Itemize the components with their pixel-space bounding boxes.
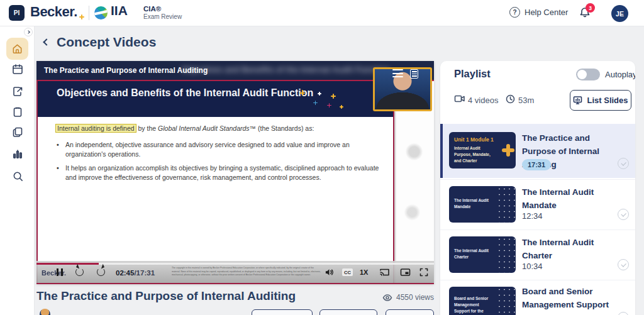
help-center-label: Help Center xyxy=(525,8,568,17)
sidebar-item-flashcards[interactable] xyxy=(11,125,25,139)
action-button-3[interactable] xyxy=(386,309,434,315)
notes-icon[interactable] xyxy=(410,69,418,79)
iia-logo: IIA xyxy=(111,3,128,18)
chevron-left-icon xyxy=(43,38,50,45)
slides-icon xyxy=(573,96,582,105)
sparkle-icon xyxy=(331,94,336,99)
playlist-item-title: Board and Senior Management Support for … xyxy=(522,285,618,315)
slide-bullet-1: • An independent, objective assurance an… xyxy=(65,140,389,159)
sidebar-expand-button[interactable] xyxy=(24,28,33,36)
clipboard-arrow-icon xyxy=(11,85,24,97)
slide-bullet-2: • It helps an organization accomplish it… xyxy=(65,163,389,182)
clipboard-icon xyxy=(11,106,24,118)
video-camera-icon xyxy=(454,94,465,103)
home-icon xyxy=(11,43,23,55)
pip-button[interactable] xyxy=(400,268,411,277)
playlist-item-4[interactable]: Board and Senior Management Support for … xyxy=(440,280,635,315)
sparkle-icon xyxy=(318,92,321,96)
dots-pattern xyxy=(497,287,516,315)
playlist-item-title: The Internal Audit Mandate xyxy=(522,186,618,213)
cast-button[interactable] xyxy=(379,268,390,277)
left-sidebar xyxy=(0,26,35,315)
fullscreen-button[interactable] xyxy=(419,268,428,277)
thumbnail-subtitle: Board and Senior Management Support for … xyxy=(454,296,493,315)
slide-title: Objectives and Benefits of the Internal … xyxy=(57,86,314,101)
pause-button[interactable] xyxy=(57,268,63,276)
progress-bar[interactable] xyxy=(36,263,434,265)
sparkle-icon xyxy=(313,101,318,105)
playlist-item-2[interactable]: The Internal Audit Mandate The Internal … xyxy=(440,179,635,228)
becker-logo[interactable]: Becker. xyxy=(30,4,77,20)
chevron-right-icon xyxy=(26,30,30,34)
playlist-heading: Playlist xyxy=(454,68,491,80)
sidebar-item-performance[interactable] xyxy=(11,147,25,161)
clock-icon xyxy=(506,94,515,104)
highlighted-text: Internal auditing is defined xyxy=(55,124,136,133)
list-slides-button[interactable]: List Slides xyxy=(570,90,631,111)
calendar-icon xyxy=(11,63,24,75)
forward-button[interactable] xyxy=(97,268,105,276)
action-button-2[interactable] xyxy=(319,309,377,315)
instructor-avatar xyxy=(40,309,50,315)
user-avatar[interactable]: JE xyxy=(611,5,628,22)
sidebar-item-tasks[interactable] xyxy=(11,105,25,119)
search-icon xyxy=(12,170,24,182)
action-button-1[interactable] xyxy=(252,309,313,315)
rewind-button[interactable] xyxy=(75,268,84,276)
slide-body: Internal auditing is defined by the Glob… xyxy=(36,117,394,283)
sidebar-item-assignments[interactable] xyxy=(11,84,25,98)
fullscreen-icon xyxy=(419,268,428,277)
slide-lead-text: Internal auditing is defined by the Glob… xyxy=(55,124,382,133)
thumbnail-subtitle: The Internal Audit Charter xyxy=(454,248,493,260)
top-header: PI Becker. IIA CIA® Exam Review ? Help C… xyxy=(0,0,644,26)
volume-icon xyxy=(325,268,334,277)
picture-in-picture-icon xyxy=(400,268,411,277)
help-center-button[interactable]: ? Help Center xyxy=(509,7,568,18)
slide-left-border xyxy=(36,80,38,284)
sidebar-item-calendar[interactable] xyxy=(11,62,25,76)
sidebar-item-home[interactable] xyxy=(6,38,28,60)
progress-fill xyxy=(36,263,99,265)
page-title: Concept Videos xyxy=(57,35,156,50)
eye-icon xyxy=(382,294,392,302)
slide-bottom-border xyxy=(36,283,434,284)
video-player[interactable]: Objectives and Benefits of the Internal … xyxy=(36,61,434,284)
closed-captions-button[interactable]: CC xyxy=(342,268,353,276)
sparkle-icon xyxy=(299,90,305,96)
playlist-item-3[interactable]: The Internal Audit Charter The Internal … xyxy=(440,229,635,279)
back-button[interactable] xyxy=(42,38,51,47)
current-video-title: The Practice and Purpose of Internal Aud… xyxy=(36,289,296,303)
course-subtitle: Exam Review xyxy=(143,13,182,21)
playback-speed-button[interactable]: 1X xyxy=(360,268,368,276)
duration-pill: 17:31 xyxy=(522,159,551,170)
sidebar-item-search[interactable] xyxy=(11,169,25,183)
autoplay-toggle[interactable] xyxy=(576,69,600,80)
bar-chart-icon xyxy=(11,148,24,160)
toggle-knob xyxy=(577,70,587,79)
dots-pattern xyxy=(497,236,516,273)
playlist-item-1[interactable]: Unit 1 Module 1 Internal Audit Purpose, … xyxy=(440,124,635,178)
notification-badge: 3 xyxy=(586,3,595,13)
header-divider xyxy=(89,6,89,20)
slide-right-margin xyxy=(394,81,434,283)
sparkle-icon xyxy=(340,105,343,109)
views-label: 4550 views xyxy=(396,293,434,302)
duration-text: 12:34 xyxy=(522,211,543,221)
view-count: 4550 views xyxy=(382,293,434,302)
sparkle-icon xyxy=(327,103,331,108)
video-count: 4 videos xyxy=(468,96,498,105)
playlist-item-title: The Internal Audit Charter xyxy=(522,236,618,263)
product-badge[interactable]: PI xyxy=(9,5,25,21)
completion-check-icon xyxy=(618,158,629,169)
copy-icon xyxy=(11,126,24,138)
chapter-list-icon[interactable] xyxy=(392,69,403,77)
completion-check-icon xyxy=(618,209,629,220)
notifications-button[interactable]: 3 xyxy=(579,6,594,21)
video-thumbnail: Unit 1 Module 1 Internal Audit Purpose, … xyxy=(449,132,516,169)
duration-text: 10:34 xyxy=(522,262,543,271)
thumbnail-subtitle: The Internal Audit Mandate xyxy=(454,197,493,210)
volume-button[interactable] xyxy=(325,268,334,277)
autoplay-label: Autoplay xyxy=(605,70,635,79)
completion-check-icon xyxy=(618,259,629,270)
video-thumbnail: Board and Senior Management Support for … xyxy=(449,287,516,315)
